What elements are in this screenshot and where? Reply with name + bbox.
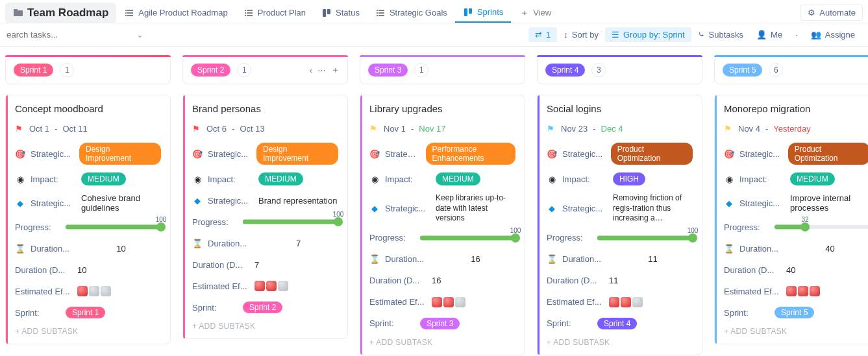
progress-label: Progress: — [15, 222, 60, 232]
task-card[interactable]: Concept moodboard Oct 1 - Oct 11 🎯 Strat… — [5, 95, 171, 344]
toolbar: ⌄ ⇄ 1 ↕ Sort by ☰ Group by: Sprint ⤷ Sub… — [0, 23, 868, 47]
add-subtask-button[interactable]: + ADD SUBTASK — [369, 338, 515, 347]
subtasks-button[interactable]: ⤷ Subtasks — [691, 27, 750, 42]
tab-strategic-goals[interactable]: Strategic Goals — [367, 4, 455, 22]
search-input[interactable] — [6, 30, 136, 40]
chevron-left-icon[interactable]: ‹ — [310, 65, 312, 75]
impact-label: Impact: — [31, 174, 76, 184]
sprint-label: Sprint: — [369, 318, 415, 328]
hourglass-icon: ⌛ — [547, 255, 557, 263]
filter-button[interactable]: ⇄ 1 — [528, 27, 557, 42]
svg-rect-1 — [14, 9, 18, 11]
impact-label: Impact: — [739, 174, 785, 184]
progress-label: Progress: — [369, 233, 415, 243]
task-card[interactable]: Brand personas Oct 6 - Oct 13 🎯 Strategi… — [182, 95, 348, 339]
tab-agile-product-roadmap[interactable]: Agile Product Roadmap — [116, 4, 235, 22]
sprint-label: Sprint: — [547, 318, 592, 328]
tab-status[interactable]: Status — [314, 4, 367, 22]
effort-dots — [609, 297, 643, 307]
duration-actual-value: 11 — [609, 276, 693, 285]
group-button[interactable]: ☰ Group by: Sprint — [605, 27, 691, 42]
sprint-row: Sprint: Sprint 3 — [369, 316, 515, 331]
svg-rect-10 — [245, 12, 246, 14]
add-subtask-button[interactable]: + ADD SUBTASK — [547, 338, 693, 347]
duration-actual-value: 16 — [432, 276, 515, 285]
assignee-filter-button[interactable]: 👥 Assigne — [804, 27, 862, 42]
sprint-row: Sprint: Sprint 5 — [724, 305, 868, 320]
effort-dot — [810, 286, 820, 296]
impact-tag: MEDIUM — [436, 172, 480, 185]
add-subtask-button[interactable]: + ADD SUBTASK — [192, 322, 338, 331]
progress-bar[interactable]: 100 — [597, 233, 693, 243]
strategic-desc-label: Strategic... — [385, 204, 430, 213]
date-sep: - — [232, 124, 234, 134]
effort-dot — [77, 286, 88, 296]
strategic-goal-tag: Product Optimization — [611, 143, 693, 165]
chevron-down-icon[interactable]: ⌄ — [136, 30, 143, 40]
progress-bar[interactable]: 100 — [420, 233, 515, 243]
strategic-desc-value: Improve internal processes — [790, 193, 868, 213]
subtasks-icon: ⤷ — [698, 30, 705, 40]
effort-dot — [266, 281, 277, 291]
svg-rect-20 — [377, 15, 378, 16]
sprint-pill: Sprint 4 — [597, 318, 637, 329]
sprint-column: Sprint 1 1 Concept moodboard Oct 1 - Oct… — [5, 56, 171, 355]
date-row: Oct 1 - Oct 11 — [15, 121, 161, 136]
effort-dot — [632, 297, 643, 307]
strategic-goal-label: Strategic... — [31, 149, 74, 159]
strategic-goal-label: Strategic... — [739, 149, 783, 159]
progress-value: 100 — [333, 211, 344, 218]
progress-bar[interactable]: 100 — [66, 222, 161, 231]
view-title[interactable]: Team Roadmap — [5, 3, 116, 23]
automate-button[interactable]: ⚙ Automate — [800, 5, 863, 21]
column-header[interactable]: Sprint 4 3 — [537, 56, 702, 84]
strategic-goal-row: 🎯 Strategic... Performance Enhancements — [369, 143, 515, 165]
tab-sprints[interactable]: Sprints — [455, 3, 511, 23]
date-start: Oct 1 — [29, 124, 49, 134]
add-subtask-button[interactable]: + ADD SUBTASK — [724, 327, 868, 336]
strategic-desc-row: ◆ Strategic... Cohesive brand guidelines — [15, 193, 161, 213]
progress-value: 32 — [801, 216, 808, 223]
sprint-label: Sprint: — [192, 303, 238, 313]
column-header[interactable]: Sprint 5 6 — [714, 56, 868, 84]
duration-est-row: ⌛ Duration... 16 — [369, 252, 515, 267]
add-subtask-button[interactable]: + ADD SUBTASK — [15, 327, 161, 336]
effort-label: Estimated Ef... — [547, 297, 604, 307]
progress-row: Progress: 100 — [15, 220, 161, 234]
count-badge: 1 — [60, 63, 74, 77]
date-start: Oct 6 — [206, 124, 227, 134]
tab-label: Status — [336, 8, 360, 18]
strategic-goal-label: Strategic... — [385, 149, 421, 159]
hourglass-icon: ⌛ — [724, 244, 734, 253]
duration-actual-value: 7 — [254, 260, 338, 270]
sort-button[interactable]: ↕ Sort by — [557, 27, 605, 42]
progress-bar[interactable]: 32 — [775, 222, 868, 231]
add-view-button[interactable]: ＋ View — [511, 4, 559, 22]
task-card[interactable]: Social logins Nov 23 - Dec 4 🎯 Strategic… — [537, 95, 702, 355]
date-row: Oct 6 - Oct 13 — [192, 121, 338, 136]
effort-label: Estimated Ef... — [724, 287, 781, 296]
more-icon[interactable]: ⋯ — [317, 65, 326, 75]
duration-actual-label: Duration (D... — [15, 265, 72, 275]
impact-tag: MEDIUM — [258, 172, 303, 185]
diamond-icon: ◆ — [15, 199, 25, 208]
column-header[interactable]: Sprint 3 1 — [360, 56, 525, 84]
sprint-chip: Sprint 5 — [723, 64, 762, 77]
column-header[interactable]: Sprint 2 1 ‹ ⋯ ＋ — [182, 56, 348, 84]
progress-value: 100 — [510, 227, 521, 234]
count-badge: 3 — [591, 63, 606, 77]
plus-icon[interactable]: ＋ — [331, 64, 340, 76]
svg-rect-9 — [247, 10, 253, 11]
progress-label: Progress: — [192, 217, 238, 227]
duration-actual-row: Duration (D... 7 — [192, 257, 338, 272]
tab-product-plan[interactable]: Product Plan — [236, 4, 314, 22]
progress-bar[interactable]: 100 — [243, 217, 338, 226]
strategic-desc-label: Strategic... — [739, 198, 785, 208]
task-card[interactable]: Monorepo migration Nov 4 - Yesterday 🎯 S… — [714, 95, 868, 344]
task-card[interactable]: Library upgrades Nov 1 - Nov 17 🎯 Strate… — [360, 95, 525, 355]
me-filter-button[interactable]: 👤 Me — [750, 27, 789, 42]
hourglass-icon: ⌛ — [369, 255, 380, 263]
impact-row: ◉ Impact: HIGH — [547, 172, 693, 186]
duration-est-row: ⌛ Duration... 11 — [547, 252, 693, 267]
column-header[interactable]: Sprint 1 1 — [5, 56, 171, 84]
